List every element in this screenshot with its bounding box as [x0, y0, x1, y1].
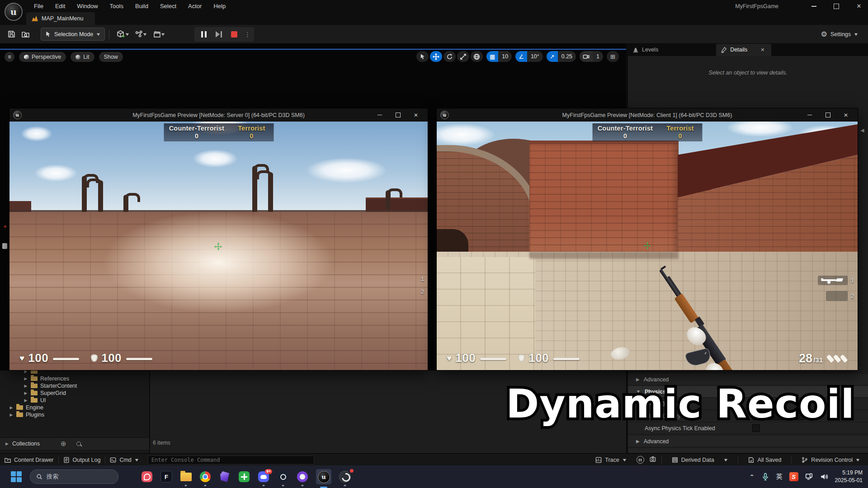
insights-pause-icon[interactable] — [637, 456, 644, 464]
game-view-server[interactable]: Counter-Terrorist 0 Terrorist 0 1 2 ♥ 10… — [9, 122, 428, 370]
maximize-viewport-button[interactable]: ⊞ — [607, 51, 619, 62]
save-check-icon — [748, 457, 755, 463]
tree-item-supergrid[interactable]: ▶ SuperGrid — [0, 389, 149, 397]
maximize-button[interactable] — [831, 2, 842, 10]
output-log-button[interactable]: Output Log — [59, 457, 105, 463]
cmd-dropdown[interactable]: Cmd ▼ — [105, 457, 143, 463]
tree-item-clipped[interactable]: ▶ — [0, 371, 149, 375]
menu-build[interactable]: Build — [129, 0, 154, 12]
taskbar-clock[interactable]: 5:19 PM 2025-05-01 — [835, 469, 863, 485]
collections-bar[interactable]: ▶ Collections ⊕ — [0, 437, 149, 450]
frame-skip-button[interactable] — [212, 28, 225, 41]
camera-count-control[interactable]: 1 — [580, 51, 603, 62]
taskbar-discord[interactable]: 9+ — [258, 471, 269, 483]
sougou-input-icon[interactable]: S — [789, 472, 798, 481]
start-button[interactable] — [11, 471, 22, 482]
cinematics-button[interactable]: ▼ — [150, 28, 168, 41]
minimize-button[interactable] — [371, 108, 389, 122]
collections-label: Collections — [12, 441, 40, 447]
menu-actor[interactable]: Actor — [182, 0, 208, 12]
select-tool-button[interactable] — [416, 51, 429, 62]
network-display-icon[interactable] — [805, 473, 813, 481]
save-button[interactable] — [5, 28, 19, 41]
scale-tool-button[interactable] — [457, 51, 469, 62]
close-button[interactable]: ✕ — [407, 108, 425, 122]
add-collection-icon[interactable]: ⊕ — [61, 440, 66, 448]
menu-help[interactable]: Help — [208, 0, 231, 12]
show-dropdown[interactable]: Show — [99, 52, 123, 62]
tree-item-plugins[interactable]: ▶ Plugins — [0, 411, 149, 418]
taskbar-steam[interactable] — [277, 471, 289, 483]
perspective-dropdown[interactable]: Perspective — [19, 52, 66, 62]
blueprints-button[interactable]: ▼ — [132, 28, 150, 41]
taskbar-app-f[interactable]: F — [160, 471, 172, 483]
world-local-toggle-button[interactable] — [471, 51, 483, 62]
panel-tab-bar: Levels Details ✕ — [628, 43, 868, 56]
content-drawer-button[interactable]: Content Drawer — [0, 457, 58, 463]
taskbar-github-desktop[interactable] — [297, 471, 308, 483]
browse-content-button[interactable] — [19, 28, 33, 41]
pie-client-titlebar[interactable]: u MyFirstFpsGame Preview [NetMode: Clien… — [437, 108, 858, 122]
taskbar-app-green[interactable] — [238, 471, 250, 483]
close-tab-icon[interactable]: ✕ — [760, 47, 764, 53]
maximize-button[interactable] — [819, 108, 837, 122]
viewport-options-button[interactable]: ≡ — [5, 52, 14, 62]
unreal-logo-icon: u — [5, 3, 23, 21]
taskbar-search[interactable]: 搜索 — [30, 469, 118, 484]
all-saved-button[interactable]: All Saved — [744, 457, 786, 463]
revision-control-dropdown[interactable]: Revision Control ▼ — [797, 457, 864, 463]
selection-mode-dropdown[interactable]: Selection Mode ▼ — [41, 28, 105, 41]
console-command-input[interactable] — [148, 455, 314, 465]
minimize-button[interactable] — [801, 108, 819, 122]
grid-snap-control[interactable]: ▦ 10 — [486, 51, 512, 62]
taskbar-app-red[interactable] — [141, 471, 153, 483]
speaker-icon[interactable] — [820, 473, 828, 481]
menu-file[interactable]: File — [28, 0, 49, 12]
derived-data-dropdown[interactable]: Derived Data ▼ — [667, 457, 732, 463]
rotate-tool-button[interactable] — [443, 51, 456, 62]
tree-item-startercontent[interactable]: ▶ StarterContent — [0, 382, 149, 389]
settings-dropdown[interactable]: ⚙ Settings ▼ — [821, 30, 858, 38]
camera-speed-icon: ↗ — [547, 51, 558, 62]
menu-edit[interactable]: Edit — [49, 0, 71, 12]
tab-map-mainmenu[interactable]: MAP_MainMenu — [26, 12, 95, 25]
close-button[interactable]: ✕ — [837, 108, 855, 122]
taskbar-file-explorer[interactable] — [180, 471, 192, 483]
ime-language-indicator[interactable]: 英 — [776, 473, 783, 481]
microphone-icon[interactable] — [761, 473, 769, 481]
tray-expand-icon[interactable]: ⌃ — [750, 474, 755, 480]
move-tool-button[interactable] — [430, 51, 442, 62]
tab-levels[interactable]: Levels — [628, 43, 663, 56]
details-row-advanced-2[interactable]: ▶ Advanced — [628, 436, 868, 447]
game-view-client[interactable]: Counter-Terrorist 0 Terrorist 0 1 2 — [437, 122, 858, 370]
chevron-down-icon: ▼ — [124, 32, 130, 37]
trace-dropdown[interactable]: Trace ▼ — [591, 457, 631, 463]
view-mode-dropdown[interactable]: Lit — [71, 52, 94, 62]
taskbar-obs[interactable] — [339, 471, 351, 483]
menu-window[interactable]: Window — [71, 0, 104, 12]
camera-speed-control[interactable]: ↗ 0.25 — [547, 51, 576, 62]
menu-tools[interactable]: Tools — [104, 0, 129, 12]
tab-details[interactable]: Details ✕ — [716, 43, 771, 56]
tree-item-engine[interactable]: ▶ Engine — [0, 404, 149, 411]
maximize-button[interactable] — [389, 108, 407, 122]
sidebar-collapse-icon[interactable]: ◀ — [860, 127, 864, 133]
close-button[interactable]: ✕ — [854, 2, 864, 10]
slot-number: 2 — [421, 288, 424, 295]
stop-button[interactable] — [228, 28, 241, 41]
screenshot-button[interactable] — [650, 456, 656, 464]
rotation-snap-control[interactable]: ∠ 10° — [515, 51, 543, 62]
menu-select[interactable]: Select — [154, 0, 182, 12]
tree-item-ui[interactable]: ▶ UI — [0, 397, 149, 404]
taskbar-obsidian[interactable] — [219, 471, 231, 483]
taskbar-unreal-engine[interactable]: u — [316, 469, 331, 484]
edge-artifact-white — [2, 243, 7, 249]
play-options-kebab-icon[interactable]: ⋮ — [244, 31, 250, 38]
search-collections-icon[interactable] — [76, 441, 81, 446]
pause-button[interactable] — [198, 28, 210, 41]
tree-item-references[interactable]: ▶ References — [0, 375, 149, 382]
taskbar-chrome[interactable] — [199, 471, 211, 483]
pie-server-titlebar[interactable]: u MyFirstFpsGame Preview [NetMode: Serve… — [9, 108, 428, 122]
add-actor-button[interactable]: + ▼ — [113, 28, 132, 41]
minimize-button[interactable] — [808, 2, 819, 10]
